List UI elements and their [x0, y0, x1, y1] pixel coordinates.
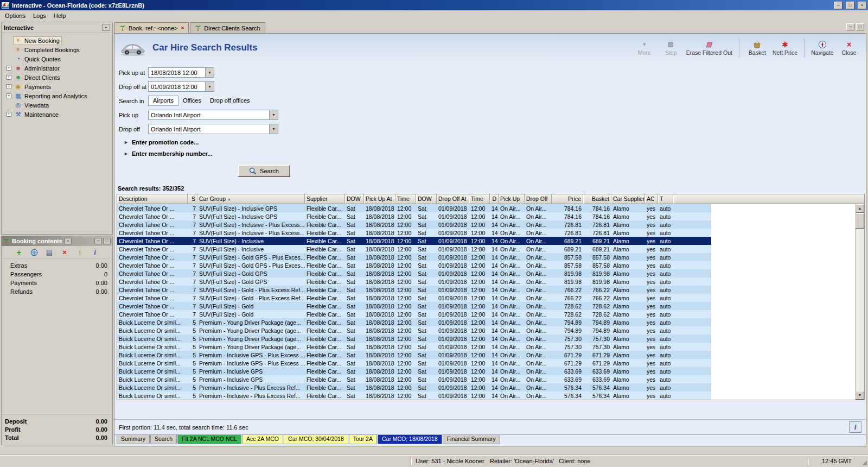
membership-number-expander[interactable]: ► Enter membership number...: [124, 150, 866, 157]
vertical-scrollbar[interactable]: ▲ ▼: [855, 204, 864, 400]
booking-contents-close-icon[interactable]: ×: [65, 238, 72, 244]
table-row[interactable]: Buick Lucerne Or simil...5Premium - Incl…: [117, 383, 711, 392]
table-row[interactable]: Chevrolet Tahoe Or ...7SUV(Full Size) - …: [117, 237, 711, 245]
menu-item-logs[interactable]: Logs: [29, 11, 50, 20]
info-icon[interactable]: i: [91, 248, 99, 257]
scrollbar-thumb[interactable]: [856, 213, 864, 229]
table-row[interactable]: Chevrolet Tahoe Or ...7SUV(Full Size) - …: [117, 286, 711, 294]
bottom-tab-acc-2a-mco[interactable]: Acc 2A MCO: [242, 435, 283, 444]
scroll-up-icon[interactable]: ▲: [856, 204, 864, 213]
column-header-price-13[interactable]: Price: [552, 194, 583, 204]
chevron-down-icon[interactable]: ▼: [269, 110, 278, 119]
bottom-tab-car-mco-18-08-2018[interactable]: Car MCO; 18/08/2018: [378, 435, 442, 444]
pickup-select[interactable]: Orlando Intl Airport ▼: [148, 110, 278, 120]
close-button[interactable]: ×Close: [838, 40, 860, 56]
column-header-dow-4[interactable]: DOW: [345, 194, 364, 204]
column-header-dow-7[interactable]: DOW: [416, 194, 437, 204]
column-header-t-17[interactable]: T: [658, 194, 673, 204]
pickup-at-select[interactable]: 18/08/2018 12:00 ▼: [148, 67, 214, 78]
table-row[interactable]: Buick Lucerne Or simil...5Premium - Incl…: [117, 359, 711, 367]
table-row[interactable]: Chevrolet Tahoe Or ...7SUV(Full Size) - …: [117, 261, 711, 269]
table-row[interactable]: Chevrolet Tahoe Or ...7SUV(Full Size) - …: [117, 245, 711, 253]
column-header-s-1[interactable]: S: [188, 194, 197, 204]
table-row[interactable]: Buick Lucerne Or simil...5Premium - Incl…: [117, 351, 711, 359]
navigate-button[interactable]: Navigate: [811, 40, 834, 56]
bottom-tab-summary[interactable]: Summary: [117, 435, 150, 444]
erase-filtered-out-button[interactable]: Erase Filtered Out: [686, 40, 732, 56]
search-in-airports[interactable]: Airports: [148, 96, 178, 106]
dropoff-select[interactable]: Orlando Intl Airport ▼: [148, 124, 278, 134]
upload-icon[interactable]: ↑: [75, 248, 84, 257]
more-button[interactable]: ▼More: [633, 40, 656, 56]
sidebar-item-payments[interactable]: +◉Payments: [2, 82, 112, 91]
panel-collapse-button[interactable]: ▪: [102, 24, 110, 31]
sidebar-item-maintenance[interactable]: +⚒Maintenance: [2, 110, 112, 119]
column-header-time-6[interactable]: Time: [395, 194, 416, 204]
table-row[interactable]: Chevrolet Tahoe Or ...7SUV(Full Size) - …: [117, 204, 711, 212]
column-header-basket-14[interactable]: Basket: [583, 194, 611, 204]
booking-row-refunds[interactable]: Refunds0.00: [2, 287, 112, 296]
table-row[interactable]: Chevrolet Tahoe Or ...7SUV(Full Size) - …: [117, 220, 711, 229]
column-header-drop-off-at-8[interactable]: Drop Off At: [437, 194, 469, 204]
table-row[interactable]: Buick Lucerne Or simil...5Premium - Incl…: [117, 367, 711, 375]
table-row[interactable]: Chevrolet Tahoe Or ...7SUV(Full Size) - …: [117, 294, 711, 302]
table-row[interactable]: Buick Lucerne Or simil...5Premium - Youn…: [117, 318, 711, 326]
tab-direct-clients-search[interactable]: Direct Clients Search: [190, 22, 265, 33]
sidebar-item-completed-bookings[interactable]: ☀Completed Bookings: [2, 45, 112, 54]
stop-button[interactable]: Stop: [660, 40, 682, 56]
column-header-supplier-3[interactable]: Supplier: [305, 194, 345, 204]
column-header-time-9[interactable]: Time: [469, 194, 490, 204]
resize-grip-icon[interactable]: ◢: [863, 459, 867, 466]
table-row[interactable]: Chevrolet Tahoe Or ...7SUV(Full Size) - …: [117, 253, 711, 261]
maximize-button[interactable]: □: [846, 2, 854, 9]
transfer-icon[interactable]: ▤: [45, 248, 54, 257]
basket-button[interactable]: Basket: [746, 40, 769, 56]
menu-item-help[interactable]: Help: [50, 11, 70, 20]
expand-icon[interactable]: +: [7, 84, 11, 89]
column-header-ac-16[interactable]: AC: [645, 194, 658, 204]
booking-row-passengers[interactable]: Passengers0: [2, 270, 112, 279]
info-button[interactable]: i: [849, 421, 861, 433]
chevron-down-icon[interactable]: ▼: [205, 82, 214, 91]
booking-contents-minimize-button[interactable]: ─: [94, 238, 102, 244]
add-icon[interactable]: +: [15, 248, 23, 257]
chevron-down-icon[interactable]: ▼: [269, 124, 278, 134]
bottom-tab-tour-2a[interactable]: Tour 2A: [349, 435, 377, 444]
mdi-restore-button[interactable]: □: [856, 23, 864, 30]
booking-contents-maximize-button[interactable]: □: [103, 238, 111, 244]
search-button[interactable]: Search: [238, 165, 290, 177]
tab-close-icon[interactable]: ×: [181, 25, 184, 31]
table-row[interactable]: Buick Lucerne Or simil...5Premium - Incl…: [117, 375, 711, 383]
table-row[interactable]: Chevrolet Tahoe Or ...7SUV(Full Size) - …: [117, 269, 711, 277]
table-row[interactable]: Buick Lucerne Or simil...5Premium - Youn…: [117, 343, 711, 351]
bottom-tab-flt-2a-ncl-mco-ncl[interactable]: Flt 2A NCL MCO NCL: [177, 435, 241, 444]
booking-row-payments[interactable]: Payments0.00: [2, 279, 112, 287]
search-in-offices[interactable]: Offices: [178, 96, 206, 105]
sidebar-item-viewdata[interactable]: ◎Viewdata: [2, 100, 112, 110]
table-row[interactable]: Chevrolet Tahoe Or ...7SUV(Full Size) - …: [117, 212, 711, 220]
sidebar-item-new-booking[interactable]: ☀New Booking: [2, 36, 112, 45]
expand-icon[interactable]: +: [7, 66, 11, 71]
column-header-drop-off-12[interactable]: Drop Off: [525, 194, 552, 204]
table-row[interactable]: Buick Lucerne Or simil...5Premium - Youn…: [117, 326, 711, 335]
column-header-car-supplier-15[interactable]: Car Supplier: [611, 194, 645, 204]
delete-icon[interactable]: ×: [60, 248, 69, 257]
table-row[interactable]: Chevrolet Tahoe Or ...7SUV(Full Size) - …: [117, 302, 711, 310]
chevron-down-icon[interactable]: ▼: [205, 68, 214, 77]
bottom-tab-search[interactable]: Search: [150, 435, 177, 444]
table-row[interactable]: Buick Lucerne Or simil...5Premium - Youn…: [117, 335, 711, 343]
table-row[interactable]: Buick Lucerne Or simil...5Premium - Incl…: [117, 392, 711, 400]
expand-icon[interactable]: +: [7, 93, 11, 98]
minimize-button[interactable]: ─: [834, 2, 843, 9]
scroll-down-icon[interactable]: ▼: [856, 391, 864, 400]
column-header-description-0[interactable]: Description: [117, 194, 188, 204]
sidebar-item-quick-quotes[interactable]: ◔Quick Quotes: [2, 54, 112, 64]
column-header-d-10[interactable]: D: [490, 194, 499, 204]
nett-price-button[interactable]: ∗Nett Price: [773, 40, 797, 56]
bottom-tab-car-mco-30-04-2018[interactable]: Car MCO; 30/04/2018: [284, 435, 348, 444]
globe-icon[interactable]: [30, 248, 39, 257]
table-row[interactable]: Chevrolet Tahoe Or ...7SUV(Full Size) - …: [117, 229, 711, 237]
expand-icon[interactable]: +: [7, 112, 11, 117]
sidebar-item-direct-clients[interactable]: +☻Direct Clients: [2, 73, 112, 82]
bottom-tab-financial-summary[interactable]: Financial Summary: [443, 435, 500, 444]
